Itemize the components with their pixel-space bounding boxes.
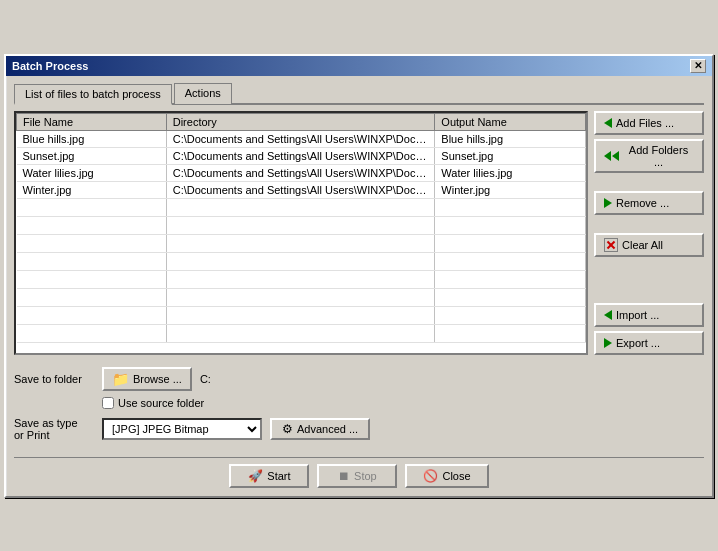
folder-path: C:: [200, 373, 211, 385]
add-files-icon: [604, 118, 612, 128]
bottom-section: Save to folder 📁 Browse ... C: Use sourc…: [14, 363, 704, 445]
title-bar: Batch Process ✕: [6, 56, 712, 76]
tab-list-files[interactable]: List of files to batch process: [14, 84, 172, 105]
gear-icon: ⚙: [282, 422, 293, 436]
close-icon: 🚫: [423, 469, 438, 483]
browse-button[interactable]: 📁 Browse ...: [102, 367, 192, 391]
table-row[interactable]: Sunset.jpgC:\Documents and Settings\All …: [17, 147, 586, 164]
close-window-button[interactable]: ✕: [690, 59, 706, 73]
tab-bar: List of files to batch process Actions: [14, 82, 704, 105]
tab-actions[interactable]: Actions: [174, 83, 232, 104]
batch-process-window: Batch Process ✕ List of files to batch p…: [4, 54, 714, 498]
button-panel: Add Files ... Add Folders ... Remove ...: [594, 111, 704, 355]
window-title: Batch Process: [12, 60, 88, 72]
table-row-empty: [17, 234, 586, 252]
window-body: List of files to batch process Actions F…: [6, 76, 712, 496]
table-row-empty: [17, 216, 586, 234]
spacer1: [594, 177, 704, 187]
close-button[interactable]: 🚫 Close: [405, 464, 488, 488]
table-row[interactable]: Water lilies.jpgC:\Documents and Setting…: [17, 164, 586, 181]
save-type-label: Save as type or Print: [14, 417, 94, 441]
col-header-output: Output Name: [435, 113, 586, 130]
table-row-empty: [17, 288, 586, 306]
add-files-button[interactable]: Add Files ...: [594, 111, 704, 135]
spacer2: [594, 219, 704, 229]
remove-button[interactable]: Remove ...: [594, 191, 704, 215]
table-row-empty: [17, 252, 586, 270]
import-icon: [604, 310, 612, 320]
save-type-select[interactable]: [JPG] JPEG Bitmap: [102, 418, 262, 440]
save-to-folder-label: Save to folder: [14, 373, 94, 385]
table-row[interactable]: Winter.jpgC:\Documents and Settings\All …: [17, 181, 586, 198]
clear-all-button[interactable]: Clear All: [594, 233, 704, 257]
spacer5: [594, 289, 704, 299]
file-table: File Name Directory Output Name Blue hil…: [16, 113, 586, 343]
col-header-filename: File Name: [17, 113, 167, 130]
stop-button[interactable]: ⏹ Stop: [317, 464, 397, 488]
advanced-button[interactable]: ⚙ Advanced ...: [270, 418, 370, 440]
table-row-empty: [17, 270, 586, 288]
export-icon: [604, 338, 612, 348]
add-folders-button[interactable]: Add Folders ...: [594, 139, 704, 173]
spacer3: [594, 261, 704, 271]
clear-all-icon: [604, 238, 618, 252]
use-source-label: Use source folder: [118, 397, 204, 409]
save-to-folder-row: Save to folder 📁 Browse ... C:: [14, 367, 704, 391]
folder-icon: 📁: [112, 371, 129, 387]
start-button[interactable]: 🚀 Start: [229, 464, 309, 488]
bottom-buttons: 🚀 Start ⏹ Stop 🚫 Close: [14, 457, 704, 488]
table-row-empty: [17, 324, 586, 342]
table-row[interactable]: Blue hills.jpgC:\Documents and Settings\…: [17, 130, 586, 147]
use-source-checkbox[interactable]: [102, 397, 114, 409]
spacer4: [594, 275, 704, 285]
start-icon: 🚀: [248, 469, 263, 483]
remove-icon: [604, 198, 612, 208]
stop-icon: ⏹: [338, 469, 350, 483]
table-row-empty: [17, 306, 586, 324]
add-folders-icon: [604, 151, 619, 161]
col-header-directory: Directory: [166, 113, 435, 130]
export-button[interactable]: Export ...: [594, 331, 704, 355]
import-button[interactable]: Import ...: [594, 303, 704, 327]
file-list-panel: File Name Directory Output Name Blue hil…: [14, 111, 588, 355]
main-area: File Name Directory Output Name Blue hil…: [14, 111, 704, 355]
use-source-folder-row: Use source folder: [102, 397, 704, 409]
save-type-row: Save as type or Print [JPG] JPEG Bitmap …: [14, 417, 704, 441]
table-row-empty: [17, 198, 586, 216]
